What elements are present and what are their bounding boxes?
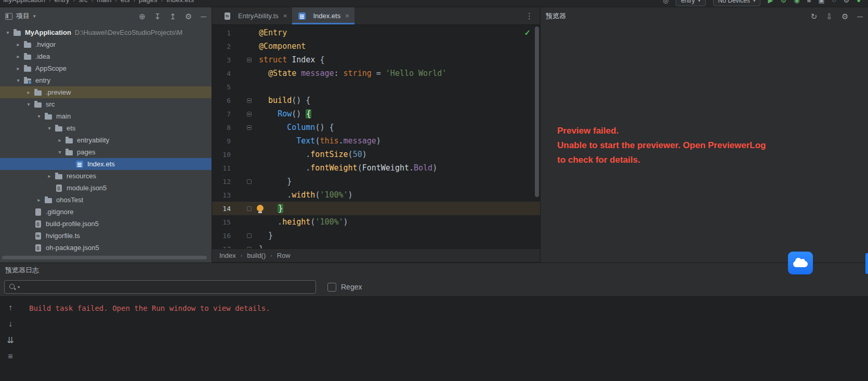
editor-breadcrumb-build[interactable]: build() <box>247 252 266 259</box>
breadcrumb-item-myapplication[interactable]: MyApplication <box>3 0 45 4</box>
build-icon[interactable]: ⚙ <box>780 0 786 4</box>
debug-icon[interactable]: ◉ <box>794 0 799 4</box>
search-history-chevron-icon[interactable]: ▾ <box>18 285 20 290</box>
tree-item-hvigorfile-ts[interactable]: tshvigorfile.ts <box>0 230 212 242</box>
fold-open-icon[interactable] <box>247 58 252 62</box>
code-editor[interactable]: 1@Entry2@Component3struct Index {4 @Stat… <box>212 25 540 248</box>
stop-icon[interactable]: ■ <box>807 0 811 4</box>
chevron-right-icon[interactable]: ▸ <box>24 89 33 95</box>
chevron-down-icon[interactable]: ▾ <box>33 14 36 19</box>
tree-item-module-json5[interactable]: {}module.json5 <box>0 182 212 194</box>
code-line-15[interactable]: 15 .height('100%') <box>212 215 540 229</box>
collapse-all-icon[interactable]: ↥ <box>169 12 176 20</box>
code-line-10[interactable]: 10 .fontSize(50) <box>212 148 540 161</box>
code-line-9[interactable]: 9 Text(this.message) <box>212 134 540 148</box>
chevron-down-icon[interactable]: ▾ <box>55 149 64 155</box>
expand-all-icon[interactable]: ↧ <box>154 12 161 20</box>
project-panel-title[interactable]: 项目 <box>16 11 30 21</box>
breadcrumb-item-main[interactable]: main <box>97 0 111 4</box>
breadcrumb-item-src[interactable]: src <box>78 0 87 4</box>
scroll-up-icon[interactable]: ↑ <box>8 303 12 312</box>
fold-open-icon[interactable] <box>247 112 252 116</box>
inspection-status-icon[interactable]: ✓ <box>524 28 531 37</box>
code-line-12[interactable]: 12 } <box>212 175 540 188</box>
tree-item-ohostest[interactable]: ▸ohosTest <box>0 194 212 206</box>
tool-window-stripe-indicator[interactable] <box>865 253 868 274</box>
regex-option[interactable]: Regex <box>327 283 362 292</box>
chevron-down-icon[interactable]: ▾ <box>24 101 33 107</box>
breadcrumb-item-ets[interactable]: ets <box>121 0 129 4</box>
chevron-down-icon[interactable]: ▾ <box>14 77 23 83</box>
scroll-to-end-icon[interactable]: ⇊ <box>7 335 14 345</box>
code-line-2[interactable]: 2@Component <box>212 40 540 53</box>
chevron-right-icon[interactable]: ▸ <box>45 173 54 179</box>
tree-item-idea[interactable]: ▸.idea <box>0 50 212 62</box>
code-line-5[interactable]: 5 <box>212 80 540 94</box>
intention-bulb-icon[interactable] <box>257 205 264 212</box>
editor-tab-entryability-ts[interactable]: tsEntryAbility.ts× <box>217 7 292 24</box>
module-select[interactable]: entry▾ <box>676 0 705 6</box>
breadcrumb-item-entry[interactable]: entry <box>55 0 70 4</box>
code-line-7[interactable]: 7 Row() { <box>212 107 540 121</box>
log-search-input[interactable]: ▾ <box>4 280 316 294</box>
tree-item-entry[interactable]: ▾entry <box>0 74 212 86</box>
cloud-preview-button[interactable] <box>788 252 813 274</box>
fold-end-icon[interactable] <box>247 247 252 249</box>
chevron-right-icon[interactable]: ▸ <box>55 137 64 143</box>
code-line-3[interactable]: 3struct Index { <box>212 53 540 67</box>
code-line-14[interactable]: 14 } <box>212 202 540 215</box>
fold-open-icon[interactable] <box>247 98 252 103</box>
notifications-icon[interactable]: ● <box>857 0 861 4</box>
tree-item-index-ets[interactable]: Index.ets <box>0 158 212 170</box>
hide-panel-icon[interactable]: ─ <box>857 12 863 20</box>
chevron-down-icon[interactable]: ▾ <box>45 125 54 131</box>
tab-options-kebab-icon[interactable]: ⋮ <box>519 7 540 24</box>
code-line-16[interactable]: 16 } <box>212 229 540 242</box>
soft-wrap-icon[interactable]: ≡ <box>8 352 12 361</box>
chevron-right-icon[interactable]: ▸ <box>14 54 23 59</box>
editor-breadcrumb-index[interactable]: Index <box>219 252 236 259</box>
tree-item-pages[interactable]: ▾pages <box>0 146 212 158</box>
code-line-8[interactable]: 8 Column() { <box>212 121 540 134</box>
tree-item-hvigor[interactable]: ▸.hvigor <box>0 38 212 50</box>
chevron-right-icon[interactable]: ▸ <box>14 42 23 47</box>
breadcrumb-item-pages[interactable]: pages <box>139 0 157 4</box>
close-icon[interactable]: × <box>345 12 349 20</box>
push-to-device-icon[interactable]: ⇩ <box>826 12 833 20</box>
search-everywhere-icon[interactable]: ○ <box>832 0 836 4</box>
chevron-down-icon[interactable]: ▾ <box>3 30 12 35</box>
tree-item-entryability[interactable]: ▸entryability <box>0 134 212 146</box>
remote-devices-icon[interactable]: ◎ <box>663 0 668 4</box>
cast-screen-icon[interactable]: ▣ <box>818 0 824 4</box>
breadcrumb-item-index-ets[interactable]: Index.ets <box>166 0 194 4</box>
settings-icon[interactable]: ⚙ <box>185 12 192 20</box>
editor-scrollbar[interactable] <box>535 27 539 197</box>
device-select[interactable]: No Devices▾ <box>713 0 761 6</box>
code-line-17[interactable]: 17} <box>212 242 540 248</box>
chevron-right-icon[interactable]: ▸ <box>34 197 44 203</box>
run-icon[interactable]: ▶ <box>768 0 773 4</box>
locate-file-icon[interactable]: ⊕ <box>139 12 146 20</box>
settings-icon[interactable]: ⚙ <box>843 0 849 4</box>
chevron-right-icon[interactable]: ▸ <box>14 65 23 71</box>
fold-end-icon[interactable] <box>247 179 252 184</box>
tree-item-build-profile-json5[interactable]: {}build-profile.json5 <box>0 218 212 230</box>
tree-item-gitignore[interactable]: .gitignore <box>0 206 212 218</box>
tree-item-src[interactable]: ▾src <box>0 98 212 110</box>
regex-checkbox[interactable] <box>327 283 336 292</box>
tree-horizontal-scrollbar[interactable] <box>2 256 207 259</box>
fold-end-icon[interactable] <box>247 206 252 211</box>
tree-item-ets[interactable]: ▾ets <box>0 122 212 134</box>
editor-tab-index-ets[interactable]: Index.ets× <box>292 7 354 24</box>
tree-item-main[interactable]: ▾main <box>0 110 212 122</box>
scroll-down-icon[interactable]: ↓ <box>8 319 12 329</box>
code-line-11[interactable]: 11 .fontWeight(FontWeight.Bold) <box>212 161 540 175</box>
fold-end-icon[interactable] <box>247 233 252 238</box>
chevron-down-icon[interactable]: ▾ <box>34 113 44 119</box>
close-icon[interactable]: × <box>283 12 287 20</box>
code-line-1[interactable]: 1@Entry <box>212 26 540 40</box>
tree-item-oh-package-json5[interactable]: {}oh-package.json5 <box>0 242 212 254</box>
hide-panel-icon[interactable]: ─ <box>201 12 206 20</box>
tree-item-myapplication[interactable]: ▾MyApplicationD:\Huawei\DevEcoStudioProj… <box>0 27 212 38</box>
fold-open-icon[interactable] <box>247 125 252 130</box>
